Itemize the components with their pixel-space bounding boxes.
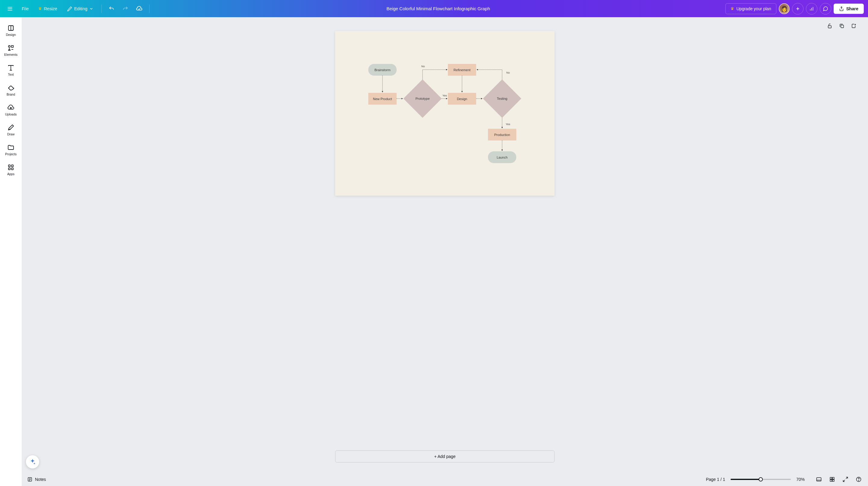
share-label: Share [846,6,858,11]
upgrade-label: Upgrade your plan [737,6,771,11]
chevron-down-icon [89,7,93,11]
upgrade-plan-button[interactable]: ♛ Upgrade your plan [725,3,776,14]
hamburger-icon [7,6,13,12]
undo-icon [108,6,115,12]
share-button[interactable]: Share [834,4,864,14]
add-collaborator-button[interactable] [792,3,804,14]
design-title[interactable]: Beige Colorful Minimal Flowchart Infogra… [387,6,490,11]
cloud-check-icon [136,5,143,12]
comments-button[interactable] [820,3,831,14]
redo-button[interactable] [120,3,131,14]
file-menu[interactable]: File [18,4,32,13]
share-icon [839,6,844,11]
design-title-wrap: Beige Colorful Minimal Flowchart Infogra… [154,6,723,11]
undo-button[interactable] [106,3,117,14]
pencil-icon [67,6,72,11]
analytics-button[interactable] [806,3,817,14]
editing-label: Editing [74,6,87,11]
bar-chart-icon [809,6,814,11]
separator [149,4,150,13]
topbar: File ♛ Resize Editing Beige Colorful Min… [0,0,868,17]
redo-icon [122,6,128,12]
chat-icon [823,6,828,11]
resize-label: Resize [44,6,57,11]
file-label: File [22,6,29,11]
editing-mode-button[interactable]: Editing [63,4,97,14]
plus-icon [795,6,800,11]
crown-icon: ♛ [38,6,42,11]
cloud-sync-button[interactable] [133,3,145,14]
crown-icon: ♛ [731,6,734,11]
resize-button[interactable]: ♛ Resize [35,4,61,13]
avatar[interactable]: 👩 [779,3,789,14]
menu-button[interactable] [4,3,16,14]
